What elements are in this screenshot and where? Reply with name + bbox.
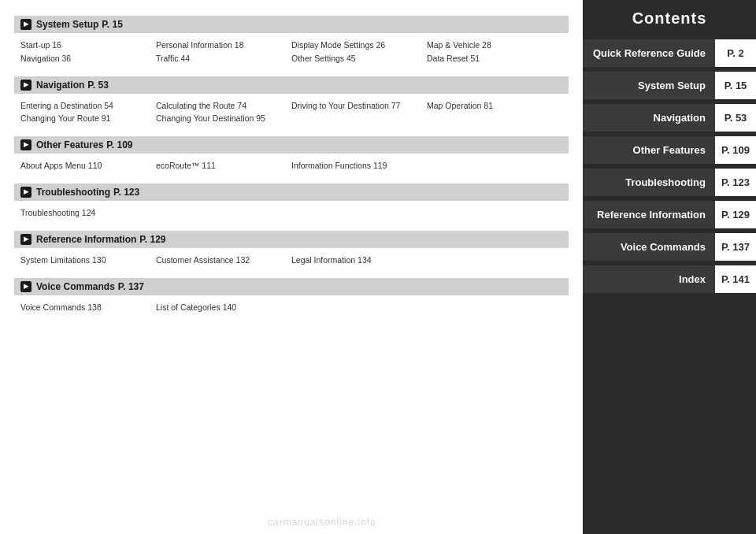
sidebar-label-6: Voice Commands [583,233,715,261]
content-row: Changing Your Route 91 [20,112,156,125]
sidebar-page-0: P. 2 [715,39,756,67]
section-page-navigation: P. 53 [87,80,108,91]
content-row: Start-up 16 [20,39,156,52]
sidebar: Contents Quick Reference GuideP. 2System… [583,0,756,534]
section-title-system-setup: System Setup [36,19,98,30]
section-col-reference-information-0: System Limitations 130 [20,254,156,267]
section-rows-system-setup: Start-up 16Navigation 36Personal Informa… [14,35,569,70]
section-col-system-setup-3: Map & Vehicle 28Data Reset 51 [427,39,562,65]
section-header-navigation: ▶NavigationP. 53 [14,76,569,94]
sidebar-item-7[interactable]: IndexP. 141 [583,265,756,293]
content-row: Personal Information 18 [156,39,291,52]
content-row: Calculating the Route 74 [156,99,291,113]
section-icon-troubleshooting: ▶ [20,187,32,198]
sidebar-page-3: P. 109 [715,136,756,164]
section-col-troubleshooting-2 [291,206,427,220]
content-row: System Limitations 130 [20,254,156,267]
sidebar-page-2: P. 53 [715,104,756,132]
section-header-troubleshooting: ▶TroubleshootingP. 123 [14,184,569,201]
section-rows-other-features: About Apps Menu 110ecoRoute™ 111Informat… [14,156,569,177]
content-row: Data Reset 51 [427,52,562,65]
section-header-voice-commands: ▶Voice CommandsP. 137 [14,278,569,295]
sidebar-item-0[interactable]: Quick Reference GuideP. 2 [583,39,756,67]
section-col-voice-commands-1: List of Categories 140 [156,301,291,314]
sidebar-item-6[interactable]: Voice CommandsP. 137 [583,233,756,261]
section-col-navigation-1: Calculating the Route 74Changing Your De… [156,99,291,126]
content-row: Traffic 44 [156,52,291,65]
section-page-other-features: P. 109 [106,139,132,150]
section-col-troubleshooting-1 [156,206,291,220]
section-col-voice-commands-3 [427,301,562,314]
section-col-voice-commands-0: Voice Commands 138 [20,301,156,314]
sidebar-item-2[interactable]: NavigationP. 53 [583,104,756,132]
section-col-other-features-1: ecoRoute™ 111 [156,159,291,172]
sidebar-label-0: Quick Reference Guide [583,39,715,67]
sidebar-item-5[interactable]: Reference InformationP. 129 [583,201,756,228]
section-title-troubleshooting: Troubleshooting [36,187,110,198]
section-col-reference-information-2: Legal Information 134 [291,254,427,267]
section-header-system-setup: ▶System SetupP. 15 [14,16,569,33]
content-row: Entering a Destination 54 [20,99,156,113]
section-col-system-setup-2: Display Mode Settings 26Other Settings 4… [291,39,427,65]
sidebar-item-4[interactable]: TroubleshootingP. 123 [583,169,756,196]
section-page-system-setup: P. 15 [102,19,122,30]
section-rows-navigation: Entering a Destination 54Changing Your R… [14,96,569,131]
section-col-navigation-3: Map Operation 81 [427,99,562,126]
section-col-reference-information-1: Customer Assistance 132 [156,254,291,267]
sidebar-label-1: System Setup [583,72,715,99]
sidebar-label-4: Troubleshooting [583,169,715,196]
section-col-navigation-0: Entering a Destination 54Changing Your R… [20,99,156,126]
section-col-other-features-3 [427,159,562,172]
section-col-voice-commands-2 [291,301,427,314]
section-col-system-setup-1: Personal Information 18Traffic 44 [156,39,291,65]
content-row: Customer Assistance 132 [156,254,291,267]
section-page-voice-commands: P. 137 [118,281,144,292]
section-icon-other-features: ▶ [20,139,32,150]
content-row: Navigation 36 [20,52,156,65]
section-col-troubleshooting-3 [427,206,562,220]
section-rows-troubleshooting: Troubleshooting 124 [14,203,569,224]
section-title-voice-commands: Voice Commands [36,281,115,292]
section-col-troubleshooting-0: Troubleshooting 124 [20,206,156,220]
sidebar-item-1[interactable]: System SetupP. 15 [583,72,756,99]
content-row: About Apps Menu 110 [20,159,156,172]
content-row: ecoRoute™ 111 [156,159,291,172]
content-row: Driving to Your Destination 77 [291,99,427,113]
section-rows-voice-commands: Voice Commands 138List of Categories 140 [14,298,569,319]
watermark: carmanualsonline.info [268,517,376,528]
sidebar-page-6: P. 137 [715,233,756,261]
section-icon-voice-commands: ▶ [20,281,32,292]
content-row: Display Mode Settings 26 [291,39,427,52]
section-title-other-features: Other Features [36,139,103,150]
content-row: Map Operation 81 [427,99,562,113]
section-col-reference-information-3 [427,254,562,267]
section-page-reference-information: P. 129 [139,234,165,245]
section-icon-system-setup: ▶ [20,19,32,30]
section-col-other-features-2: Information Functions 119 [291,159,427,172]
content-row: Changing Your Destination 95 [156,112,291,125]
sidebar-page-4: P. 123 [715,169,756,196]
sidebar-page-7: P. 141 [715,265,756,293]
section-title-navigation: Navigation [36,80,84,91]
content-row: Other Settings 45 [291,52,427,65]
section-col-system-setup-0: Start-up 16Navigation 36 [20,39,156,65]
sidebar-item-3[interactable]: Other FeaturesP. 109 [583,136,756,164]
section-col-other-features-0: About Apps Menu 110 [20,159,156,172]
section-title-reference-information: Reference Information [36,234,136,245]
sidebar-title: Contents [583,0,756,37]
content-row: List of Categories 140 [156,301,291,314]
sidebar-label-5: Reference Information [583,201,715,228]
sidebar-label-3: Other Features [583,136,715,164]
section-col-navigation-2: Driving to Your Destination 77 [291,99,427,126]
section-header-other-features: ▶Other FeaturesP. 109 [14,136,569,154]
content-row: Troubleshooting 124 [20,206,156,220]
content-row: Information Functions 119 [291,159,427,172]
sidebar-page-1: P. 15 [715,72,756,99]
main-content: ▶System SetupP. 15Start-up 16Navigation … [0,0,583,534]
section-rows-reference-information: System Limitations 130Customer Assistanc… [14,250,569,272]
content-row: Map & Vehicle 28 [427,39,562,52]
content-row: Legal Information 134 [291,254,427,267]
section-page-troubleshooting: P. 123 [113,187,139,198]
section-icon-reference-information: ▶ [20,234,32,245]
sidebar-page-5: P. 129 [715,201,756,228]
